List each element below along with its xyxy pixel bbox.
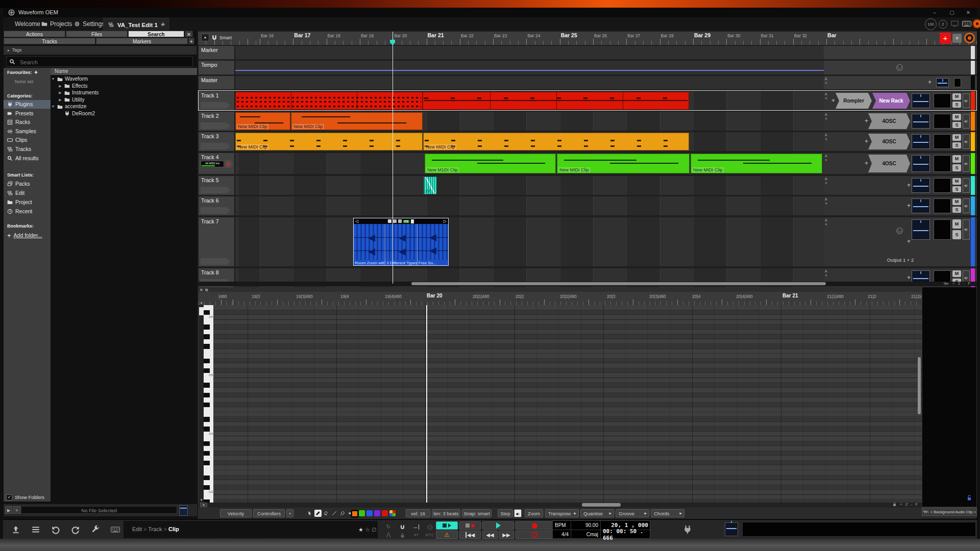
time-signature[interactable]: 4/4 — [553, 530, 571, 539]
automation-buttons[interactable]: A+ — [825, 133, 830, 141]
output-speaker-button[interactable] — [963, 155, 970, 172]
search-input[interactable] — [19, 57, 189, 67]
wrench-button[interactable] — [91, 524, 102, 535]
audio-clip-segment[interactable]: Free So... — [418, 224, 449, 265]
sidebar-item-racks[interactable]: Racks — [4, 118, 51, 127]
track-header-track-2[interactable]: Track 2 — [199, 112, 235, 131]
pianoroll-grid[interactable] — [213, 305, 922, 503]
piano-key-black[interactable] — [204, 359, 210, 364]
tree-expand-icon[interactable]: ▼ — [51, 76, 55, 83]
track-header-track-1[interactable]: Track 1 — [199, 91, 235, 110]
bpm-label[interactable]: BPM — [553, 521, 571, 530]
transport-mode-icon[interactable]: ⋀ — [383, 531, 394, 539]
color-swatch[interactable] — [389, 510, 396, 516]
clip-new-midi-clip[interactable]: New MIDI Clip — [691, 154, 822, 173]
record-button[interactable] — [516, 521, 553, 530]
output-speaker-button[interactable] — [963, 93, 970, 108]
sidebar-item-tracks[interactable]: Tracks — [4, 145, 51, 154]
add-plugin-button[interactable]: + — [907, 238, 911, 245]
record-arm-arrow[interactable] — [225, 160, 233, 168]
output-label[interactable]: Output 1 + 2 — [876, 257, 925, 263]
track-header-track-4[interactable]: Track 4All MIDI Ins — [199, 153, 235, 174]
mute-button[interactable]: M — [952, 178, 961, 185]
field-vel[interactable]: vel: 16 — [406, 509, 430, 517]
pianoroll-zoom-controls[interactable]: +Z-F — [892, 502, 918, 507]
show-folders-checkbox[interactable]: ✓ — [6, 494, 12, 500]
piano-key-black[interactable] — [204, 403, 210, 408]
smartlist-item-edit[interactable]: Edit — [4, 189, 51, 197]
master-record-icon[interactable] — [964, 33, 975, 43]
add-track-button[interactable]: + — [940, 33, 951, 44]
color-swatch[interactable] — [351, 510, 358, 517]
plugin-button-4osc[interactable]: 4OSC — [868, 134, 910, 149]
track-header-track-6[interactable]: Track 6 — [199, 196, 235, 215]
playhead-line[interactable] — [393, 32, 393, 284]
tags-section[interactable]: ▸Tags — [4, 46, 197, 55]
cpu-badge[interactable]: 100 — [925, 18, 937, 30]
snap-mode-label[interactable]: Smart — [219, 35, 232, 40]
piano-key-black[interactable] — [204, 475, 210, 481]
pianoroll-vscroll-thumb[interactable] — [918, 357, 921, 414]
preview-volume-fader[interactable] — [179, 505, 188, 516]
play-button[interactable] — [482, 521, 514, 530]
solo-button[interactable]: S — [952, 142, 961, 149]
panel-close-icon[interactable]: ✕ — [185, 31, 193, 37]
piano-key-black[interactable] — [204, 344, 210, 349]
loop-right-icon[interactable]: ▷ — [444, 219, 447, 223]
track-input-chevron[interactable] — [201, 207, 230, 214]
zoom-control[interactable]: F — [968, 281, 970, 286]
timecode-display[interactable]: 00: 00: 50 . 666 — [601, 530, 650, 539]
step-button[interactable]: Step — [498, 509, 513, 517]
automation-knob[interactable] — [896, 228, 903, 234]
auto-play-button[interactable] — [436, 521, 458, 530]
upload-button[interactable] — [11, 524, 22, 535]
color-swatch[interactable] — [366, 510, 373, 516]
breadcrumb-item-edit[interactable]: Edit — [132, 526, 142, 532]
clip-loop-icon[interactable] — [393, 219, 397, 223]
smartlist-item-packs[interactable]: Packs — [4, 180, 51, 188]
tree-item-accentize[interactable]: ▼accentize — [51, 103, 86, 110]
transport-mode-icon[interactable]: ↩ — [410, 531, 422, 539]
background-audio-clip-button[interactable]: < Background Audio Clip > — [922, 508, 977, 516]
clip-new-midi-clip[interactable]: New MIDI Clip — [291, 112, 423, 130]
rating-star-icon[interactable]: ∅ — [372, 527, 378, 533]
output-speaker-button[interactable] — [963, 134, 970, 149]
plugin-button-4osc[interactable]: 4OSC — [868, 113, 910, 129]
tree-expand-icon[interactable]: ▶ — [58, 89, 62, 96]
zoom-control[interactable]: - — [964, 281, 965, 286]
automation-buttons[interactable]: A+ — [825, 177, 830, 185]
output-speaker-button[interactable] — [963, 178, 970, 193]
tree-header[interactable]: Name — [51, 68, 197, 75]
tab-markers[interactable]: Markers — [96, 38, 188, 44]
keyboard-button[interactable] — [111, 524, 122, 535]
solo-button[interactable]: S — [952, 186, 961, 193]
monitor-icon[interactable] — [951, 20, 959, 27]
field-len[interactable]: len: 3 beats — [432, 509, 460, 517]
tree-item-instruments[interactable]: ▶Instruments — [58, 89, 99, 96]
clip-27...[interactable]: 27... — [424, 177, 437, 194]
track-lane-track-6[interactable] — [235, 196, 824, 215]
tree-item-deroom2[interactable]: DeRoom2 — [58, 110, 95, 117]
volume-fader[interactable] — [936, 78, 949, 87]
sidebar-item-samples[interactable]: Samples — [4, 127, 51, 136]
volume-fader[interactable] — [912, 93, 930, 108]
clip-copy-icon[interactable] — [398, 219, 402, 223]
plugin-button-new-rack[interactable]: New Rack — [872, 93, 910, 109]
fast-forward-button[interactable]: ▶▶ — [499, 531, 514, 539]
add-plugin-button[interactable]: + — [831, 97, 835, 104]
track-lane-track-7[interactable] — [235, 217, 824, 266]
add-folder-button[interactable]: +Add folder... — [4, 231, 51, 240]
abort-button[interactable]: ! — [516, 531, 553, 539]
mute-button[interactable]: M — [952, 93, 961, 100]
pianoroll-hscrollbar[interactable]: ▼ — [199, 503, 922, 508]
add-plugin-button[interactable]: + — [907, 202, 911, 209]
count-badge[interactable]: 2 — [939, 20, 947, 29]
arrangement-hscroll-thumb[interactable] — [411, 282, 826, 285]
panel-add-icon[interactable]: + — [188, 38, 194, 44]
track-lane-tempo[interactable] — [235, 61, 824, 74]
zoom-button[interactable]: Zoom — [525, 509, 543, 517]
tool-brush[interactable] — [339, 510, 346, 517]
clip-track-1[interactable] — [423, 92, 689, 110]
tab-tracks[interactable]: Tracks — [4, 38, 95, 44]
sidebar-item-presets[interactable]: Presets — [4, 109, 51, 118]
